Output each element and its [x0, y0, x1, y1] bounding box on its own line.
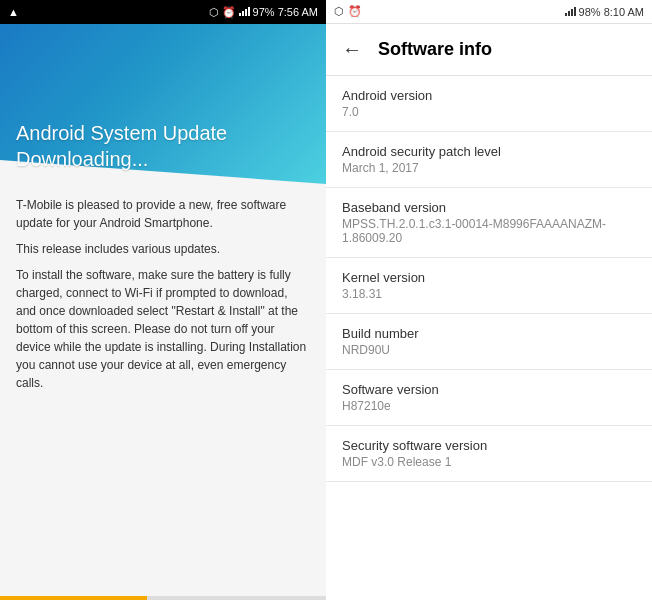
time-left: 7:56 AM: [278, 6, 318, 18]
software-version-value: H87210e: [342, 399, 636, 413]
software-version-label: Software version: [342, 382, 636, 397]
battery-percent: 97%: [253, 6, 275, 18]
right-status-bar-right: 98% 8:10 AM: [565, 6, 644, 18]
security-patch-value: March 1, 2017: [342, 161, 636, 175]
content-paragraph-3: To install the software, make sure the b…: [16, 266, 310, 392]
info-list: Android version 7.0 Android security pat…: [326, 76, 652, 600]
kernel-value: 3.18.31: [342, 287, 636, 301]
right-status-bar-left: ⬡ ⏰: [334, 5, 362, 18]
content-paragraph-1: T-Mobile is pleased to provide a new, fr…: [16, 196, 310, 232]
right-time: 8:10 AM: [604, 6, 644, 18]
security-software-label: Security software version: [342, 438, 636, 453]
hero-title: Android System UpdateDownloading...: [16, 120, 227, 172]
info-item-build-number: Build number NRD90U: [326, 314, 652, 370]
right-alarm-icon: ⏰: [348, 5, 362, 18]
right-status-bar: ⬡ ⏰ 98% 8:10 AM: [326, 0, 652, 24]
right-battery-percent: 98%: [579, 6, 601, 18]
build-number-value: NRD90U: [342, 343, 636, 357]
back-button[interactable]: ←: [342, 38, 362, 61]
right-signal-icon: [565, 6, 576, 18]
left-status-right: ⬡ ⏰ 97% 7:56 AM: [209, 6, 318, 19]
info-item-security-patch: Android security patch level March 1, 20…: [326, 132, 652, 188]
left-panel: ▲ ⬡ ⏰ 97% 7:56 AM Android System UpdateD…: [0, 0, 326, 600]
page-title: Software info: [378, 39, 492, 60]
right-panel: ⬡ ⏰ 98% 8:10 AM ← Software info Android …: [326, 0, 652, 600]
android-version-label: Android version: [342, 88, 636, 103]
right-bluetooth-icon: ⬡: [334, 5, 344, 18]
progress-bar-container: [0, 596, 326, 600]
info-item-software-version: Software version H87210e: [326, 370, 652, 426]
kernel-label: Kernel version: [342, 270, 636, 285]
content-paragraph-2: This release includes various updates.: [16, 240, 310, 258]
hero-section: Android System UpdateDownloading...: [0, 24, 326, 184]
security-patch-label: Android security patch level: [342, 144, 636, 159]
info-item-baseband: Baseband version MPSS.TH.2.0.1.c3.1-0001…: [326, 188, 652, 258]
right-header: ← Software info: [326, 24, 652, 76]
android-version-value: 7.0: [342, 105, 636, 119]
wifi-icon: ▲: [8, 6, 19, 18]
build-number-label: Build number: [342, 326, 636, 341]
security-software-value: MDF v3.0 Release 1: [342, 455, 636, 469]
signal-icon: [239, 6, 250, 18]
info-item-security-software: Security software version MDF v3.0 Relea…: [326, 426, 652, 482]
baseband-value: MPSS.TH.2.0.1.c3.1-00014-M8996FAAAANAZM-…: [342, 217, 636, 245]
left-status-bar: ▲ ⬡ ⏰ 97% 7:56 AM: [0, 0, 326, 24]
info-item-android-version: Android version 7.0: [326, 76, 652, 132]
hero-text: Android System UpdateDownloading...: [16, 120, 227, 172]
bluetooth-icon: ⬡: [209, 6, 219, 19]
progress-bar-fill: [0, 596, 147, 600]
left-content: T-Mobile is pleased to provide a new, fr…: [0, 184, 326, 600]
baseband-label: Baseband version: [342, 200, 636, 215]
left-status-left: ▲: [8, 6, 19, 18]
info-item-kernel: Kernel version 3.18.31: [326, 258, 652, 314]
alarm-icon: ⏰: [222, 6, 236, 19]
